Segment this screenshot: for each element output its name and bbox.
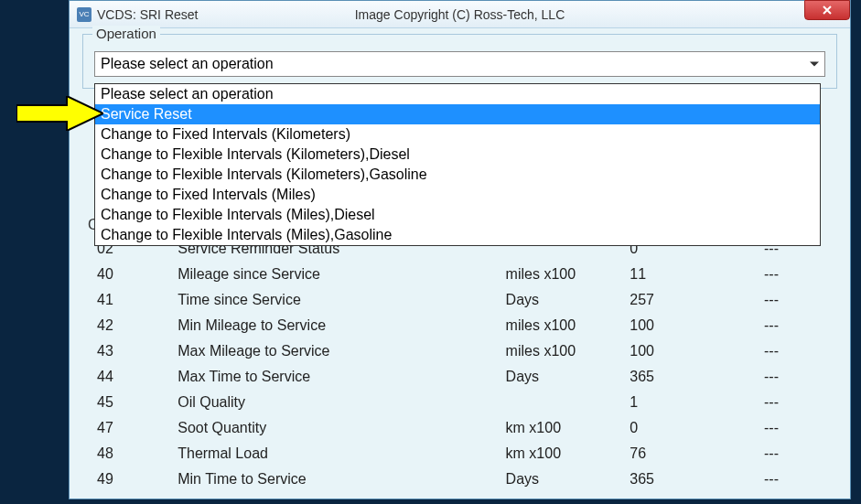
channel-number: 41	[84, 288, 176, 312]
channel-number: 47	[84, 416, 176, 440]
operation-combobox[interactable]: Please select an operation	[94, 51, 825, 77]
operation-legend: Operation	[92, 26, 160, 41]
channel-number: 43	[84, 339, 176, 363]
svg-marker-0	[16, 96, 103, 131]
table-row: 41Time since ServiceDays257---	[84, 288, 835, 312]
table-row: 45Oil Quality1---	[84, 391, 835, 414]
close-button[interactable]	[804, 0, 850, 20]
channel-unit: km x100	[506, 442, 629, 466]
channel-value: 100	[630, 314, 762, 338]
dropdown-option[interactable]: Change to Flexible Intervals (Kilometers…	[95, 145, 820, 165]
channel-new-value: ---	[764, 288, 835, 312]
dropdown-option[interactable]: Change to Flexible Intervals (Kilometers…	[95, 165, 820, 185]
copyright-text: Image Copyright (C) Ross-Tech, LLC	[355, 7, 565, 22]
close-icon	[822, 5, 833, 16]
app-icon: VC	[77, 7, 91, 22]
channels-table: 02Service Reminder Status0---40Mileage s…	[82, 235, 837, 493]
channel-new-value: ---	[764, 314, 835, 338]
channel-value: 0	[630, 416, 762, 440]
dropdown-option[interactable]: Change to Flexible Intervals (Miles),Gas…	[95, 225, 820, 245]
app-window: VC VCDS: SRI Reset Image Copyright (C) R…	[69, 0, 851, 499]
channel-number: 48	[84, 442, 176, 466]
channel-unit: Days	[506, 288, 629, 312]
dropdown-option[interactable]: Service Reset	[95, 104, 820, 124]
pointer-arrow-icon	[16, 96, 103, 134]
channel-value: 1	[630, 391, 762, 414]
channel-new-value: ---	[764, 339, 835, 363]
channel-new-value: ---	[764, 416, 835, 440]
dropdown-option[interactable]: Change to Flexible Intervals (Miles),Die…	[95, 205, 820, 225]
channel-name: Max Time to Service	[178, 365, 503, 389]
channel-new-value: ---	[764, 391, 835, 414]
channel-number: 45	[84, 391, 176, 414]
operation-dropdown-list[interactable]: Please select an operationService ResetC…	[94, 83, 821, 246]
dropdown-option[interactable]: Change to Fixed Intervals (Kilometers)	[95, 124, 820, 145]
channel-value: 365	[630, 467, 762, 491]
channel-number: 40	[84, 263, 176, 286]
table-row: 44Max Time to ServiceDays365---	[84, 365, 835, 389]
table-row: 40Mileage since Servicemiles x10011---	[84, 263, 835, 286]
channel-new-value: ---	[764, 263, 835, 286]
channel-name: Min Mileage to Service	[178, 314, 503, 338]
channel-unit: miles x100	[506, 263, 629, 286]
channel-unit	[506, 391, 629, 414]
channel-name: Oil Quality	[178, 391, 503, 414]
titlebar: VC VCDS: SRI Reset Image Copyright (C) R…	[70, 1, 850, 28]
table-row: 47Soot Quantitykm x1000---	[84, 416, 835, 440]
channel-name: Time since Service	[178, 288, 503, 312]
dropdown-option[interactable]: Change to Fixed Intervals (Miles)	[95, 185, 820, 205]
channel-new-value: ---	[764, 442, 835, 466]
operation-selected-text: Please select an operation	[101, 56, 274, 72]
channel-unit: Days	[506, 365, 629, 389]
table-row: 42Min Mileage to Servicemiles x100100---	[84, 314, 835, 338]
channel-number: 42	[84, 314, 176, 338]
channel-value: 100	[630, 339, 762, 363]
channel-unit: miles x100	[506, 314, 629, 338]
table-row: 43Max Mileage to Servicemiles x100100---	[84, 339, 835, 363]
channel-unit: Days	[506, 467, 629, 491]
channel-unit: miles x100	[506, 339, 629, 363]
channel-value: 76	[630, 442, 762, 466]
dropdown-option[interactable]: Please select an operation	[95, 84, 820, 104]
channel-value: 11	[630, 263, 762, 286]
channel-new-value: ---	[764, 467, 835, 491]
channel-value: 257	[630, 288, 762, 312]
channel-new-value: ---	[764, 365, 835, 389]
operation-group: Operation Please select an operation	[82, 34, 837, 89]
table-row: 49Min Time to ServiceDays365---	[84, 467, 835, 491]
channel-name: Mileage since Service	[178, 263, 503, 286]
channel-number: 44	[84, 365, 176, 389]
table-row: 48Thermal Loadkm x10076---	[84, 442, 835, 466]
channel-name: Soot Quantity	[178, 416, 503, 440]
channel-value: 365	[630, 365, 762, 389]
channel-name: Thermal Load	[178, 442, 503, 466]
channel-number: 49	[84, 467, 176, 491]
channel-unit: km x100	[506, 416, 629, 440]
window-title: VCDS: SRI Reset	[97, 7, 198, 22]
channel-name: Min Time to Service	[178, 467, 503, 491]
chevron-down-icon	[810, 62, 819, 67]
channel-name: Max Mileage to Service	[178, 339, 503, 363]
